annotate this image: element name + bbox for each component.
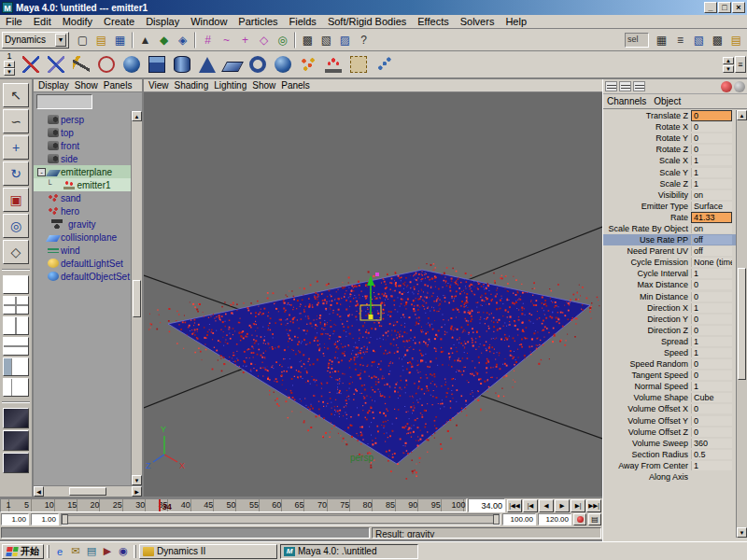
outliner-item[interactable]: gravity [34,217,131,231]
menu-item[interactable]: Effects [412,15,454,28]
shelf-scroll-down-icon[interactable]: ▼ [723,65,734,73]
channel-name[interactable]: Direction Z [603,326,691,335]
outliner-item[interactable]: defaultObjectSet [34,270,131,283]
make-live-button[interactable]: ◎ [274,31,291,49]
toolbox-shortcut-button-2[interactable] [3,430,29,451]
channel-box-tab[interactable]: Object [654,96,681,106]
show-desktop-icon[interactable]: ▤ [84,544,99,559]
nurbs-cylinder-icon[interactable] [170,52,194,77]
animation-preferences-button[interactable]: ▤ [588,513,601,525]
viewport-menu-item[interactable]: View [147,80,171,91]
range-end-handle[interactable] [493,514,500,525]
snap-to-plane-button[interactable]: ◇ [255,31,273,49]
menu-item[interactable]: Display [140,15,185,28]
show-layer-editor-icon[interactable] [619,81,631,91]
channel-value-field[interactable]: 0 [691,416,732,426]
nurbs-torus-icon[interactable] [246,52,270,77]
start-button[interactable]: 开始 [2,544,44,559]
auto-key-button[interactable] [573,513,586,525]
play-backwards-button[interactable]: ◀ [539,499,554,512]
select-tool[interactable]: ↖ [3,83,29,107]
channel-value-field[interactable]: Cube [691,393,732,402]
viewport-menu-item[interactable]: Panels [279,80,312,91]
scroll-right-icon[interactable]: ▶ [132,486,142,497]
range-slider-range[interactable] [63,515,498,524]
nurbs-plane-icon[interactable] [220,52,245,77]
volume-emitter-icon[interactable] [346,52,371,77]
emitter-icon[interactable] [321,52,345,77]
channel-value-field[interactable]: 0 [691,427,732,437]
playback-start-field[interactable]: 1.00 [31,513,59,525]
menu-item[interactable]: Solvers [455,15,500,28]
channel-value-field[interactable]: 1 [691,303,732,313]
maximize-button[interactable]: □ [718,2,731,13]
channel-name[interactable]: Rotate X [603,122,691,132]
outliner-vertical-scrollbar[interactable]: ▲ ▼ [131,111,142,485]
channel-name[interactable]: Spread [603,337,691,346]
toolbox-shortcut-button-3[interactable] [3,453,29,473]
minimize-button[interactable]: _ [704,2,717,13]
particle-tool-icon[interactable] [296,52,320,77]
outliner-item[interactable]: hero [34,204,131,217]
cv-curve-tool-icon[interactable] [19,52,43,77]
outliner-item[interactable]: └ emitter1 [34,178,131,191]
channel-name[interactable]: Direction Y [603,315,691,324]
ep-curve-tool-icon[interactable] [44,52,68,77]
channel-name[interactable]: Visibility [603,190,691,200]
channel-value-field[interactable]: None (time [691,258,732,267]
lasso-select-tool[interactable]: ∽ [3,109,29,133]
channel-value-field[interactable]: Surface [691,202,732,211]
channel-value-field[interactable]: 0 [691,326,732,335]
channel-name[interactable]: Normal Speed [603,382,691,391]
render-view-button[interactable]: ▧ [690,31,708,49]
save-scene-button[interactable]: ▦ [111,31,129,49]
outliner-item[interactable]: sand [34,191,131,204]
channel-value-field[interactable]: 0 [691,404,732,413]
snap-to-grid-button[interactable]: # [199,31,217,49]
viewport-canvas[interactable]: Y X Z persp [144,92,602,497]
channel-value-field[interactable]: 360 [691,439,732,448]
menu-item[interactable]: Create [98,15,140,28]
channels-icon[interactable]: ◉ [116,544,131,559]
layout-two-pane-side-button[interactable] [3,316,29,335]
scroll-down-icon[interactable]: ▼ [737,527,747,538]
channel-value-field[interactable]: 0 [691,133,732,143]
channel-name[interactable]: Scale Rate By Object [603,224,691,233]
channel-name[interactable]: Need Parent UV [603,246,691,256]
help-button[interactable]: ? [355,31,373,49]
nurbs-sphere-icon[interactable] [120,52,144,77]
toolbox-shortcut-button-1[interactable] [3,408,29,428]
viewport-menu-item[interactable]: Lighting [212,80,248,91]
move-tool[interactable]: + [3,135,29,160]
outliner-item[interactable]: side [34,152,131,165]
channel-value-field[interactable]: 0.5 [691,450,732,459]
channel-value-field[interactable]: 1 [691,179,732,189]
go-to-end-button[interactable]: ▶▶| [586,499,601,512]
channel-value-field[interactable]: 0 [691,122,732,132]
channel-value-field[interactable]: 1 [691,461,732,470]
select-hierarchy-button[interactable]: ▲ [136,31,154,49]
center-handle[interactable] [369,315,374,319]
range-start-handle[interactable] [62,514,68,525]
step-back-frame-button[interactable]: |◀ [523,499,538,512]
channel-settings-icon[interactable] [721,81,732,92]
channel-name[interactable]: Rotate Z [603,145,691,154]
toolbar-separator-2[interactable] [194,32,196,49]
rotate-tool[interactable]: ↻ [3,161,29,186]
channel-name[interactable]: Along Axis [603,472,691,482]
menu-item[interactable]: File [0,15,28,28]
outliner-item[interactable]: front [34,139,131,152]
channel-name[interactable]: Translate Z [603,111,691,120]
show-channel-box-icon[interactable] [605,81,617,91]
shelf-tab-up-icon[interactable]: ▲ [4,61,15,68]
channel-name[interactable]: Scale X [603,156,691,165]
outliner-item[interactable]: wind [34,244,131,257]
channel-value-field[interactable]: off [691,235,732,245]
outliner-menu-item[interactable]: Panels [102,80,134,91]
shelf-menu-icon[interactable]: ≡ [735,56,746,73]
outlook-icon[interactable]: ✉ [68,544,83,559]
channel-value-field[interactable]: 1 [691,156,732,165]
channel-value-field[interactable]: 1 [691,348,732,357]
channel-value-field[interactable]: 0 [691,145,732,154]
channel-name[interactable]: Min Distance [603,292,691,301]
